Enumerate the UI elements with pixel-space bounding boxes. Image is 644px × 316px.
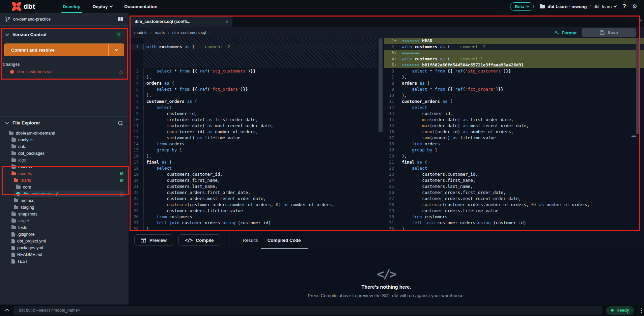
version-control-header[interactable]: Version Control 1 [0,28,129,41]
tree-item-staging[interactable]: staging [0,204,129,211]
tree-item-dbt-packages[interactable]: dbt_packages [0,150,129,157]
code-line-8[interactable]: 8 select [129,105,377,111]
code-line-9[interactable]: 9 customer_id, [129,111,377,117]
tree-item-snapshots[interactable]: snapshots [0,211,129,218]
chevron-up-icon[interactable] [5,309,9,313]
code-line-25[interactable]: 25 customer_orders.lifetime_value [129,208,377,214]
code-line-26[interactable]: 26 from customers [129,214,377,220]
code-line-3[interactable]: 3), [129,74,377,80]
nav-deploy[interactable]: Deploy [88,0,117,13]
tree-item-marts[interactable]: martsM [0,177,129,184]
tree-item-dbt-learn-on-demand[interactable]: dbt-learn-on-demand [0,130,129,137]
code-line-25[interactable]: 25 customers.last_name, [384,183,644,190]
code-line-13[interactable]: 13 sum(amount) as lifetime_value [129,135,377,141]
editor-split-scrollbar[interactable] [377,38,384,231]
code-line-8[interactable]: 8orders as ( [384,80,644,86]
code-line-30[interactable]: 30 from customers [384,214,644,220]
code-line-4[interactable]: 4+with customers as ( -- comment 1 [384,56,644,62]
git-branch-row[interactable]: on-demand-practice [0,13,129,26]
code-line-11[interactable]: 11 max(order_date) as most_recent_order_… [129,123,377,129]
search-icon[interactable] [118,121,123,125]
code-line-10[interactable]: 10 min(order_date) as first_order_date, [129,117,377,123]
code-line-18[interactable]: 18 select [129,165,377,171]
file-explorer-header[interactable]: File Explorer [0,116,129,129]
code-line-27[interactable]: 27 left join customer_orders using (cust… [129,220,377,226]
tree-item-readme-md[interactable]: README.md [0,251,129,258]
code-line-24[interactable]: 24 customers.first_name, [384,177,644,183]
code-line-13[interactable]: 13 customer_id, [384,111,644,117]
breadcrumb-models[interactable]: models [134,30,147,35]
code-line-6[interactable]: 6), [129,92,377,98]
beta-dropdown[interactable]: Beta [510,2,534,11]
tree-item-target[interactable]: target [0,218,129,224]
tree-item-logs[interactable]: logs [0,157,129,164]
new-tab-plus-icon[interactable]: + [639,18,643,25]
tab-results[interactable]: Results [238,231,263,250]
code-line-17[interactable]: 17 sum(amount) as lifetime_value [384,135,644,141]
environment-select[interactable]: dbt_learn [593,4,616,9]
code-line-3[interactable]: 3+======= [384,50,644,56]
editor-pane-current[interactable]: 1with customers as ( -- comment 22 selec… [129,38,377,231]
code-line-5[interactable]: 5 select * from {{ ref('fct_orders')}} [129,86,377,92]
code-line-1[interactable]: 1+<<<<<<< HEAD [384,38,644,44]
code-line-17[interactable]: 17final as ( [129,159,377,165]
tree-item-test[interactable]: TEST [0,258,129,265]
nav-develop[interactable]: Develop [58,0,85,13]
format-button[interactable]: Format [554,29,577,37]
gear-icon[interactable]: ⚙ [632,3,637,10]
more-menu-icon[interactable]: ⋮ [639,307,644,314]
code-line-2[interactable]: 2with customers as ( -- comment 2 [384,44,644,50]
dbt-logo[interactable]: dbt [11,1,49,11]
command-input[interactable]: dbt build --select <model_name> [13,306,603,315]
tree-item-models[interactable]: modelsM [0,170,129,177]
code-line-12[interactable]: 12 count(order_id) as number_of_orders, [129,129,377,135]
code-line-14[interactable]: 14 from orders [129,141,377,147]
code-line-18[interactable]: 18 from orders [384,141,644,147]
code-line-22[interactable]: 22 customer_orders.first_order_date, [129,190,377,196]
project-name[interactable]: dbt Learn - mwong [548,4,587,9]
commit-and-resolve-button[interactable]: Commit and resolve [4,44,124,56]
preview-button[interactable]: Preview [134,234,173,246]
code-line-6[interactable]: 6 select * from {{ ref('stg_customers')}… [384,68,644,74]
code-line-1[interactable]: 1with customers as ( -- comment 2 [129,44,377,50]
code-line-14[interactable]: 14 min(order_date) as first_order_date, [384,117,644,123]
tab-compiled-code[interactable]: Compiled Code [263,231,306,250]
code-line-23[interactable]: 23 customer_orders.most_recent_order_dat… [129,196,377,202]
code-line-28[interactable]: 28 coalesce(customer_orders.number_of_or… [384,202,644,208]
code-line-22[interactable]: 22 select [384,165,644,171]
editor-pane-incoming[interactable]: 1+<<<<<<< HEAD2with customers as ( -- co… [384,38,644,231]
tree-item--gitignore[interactable]: .gitignore [0,231,129,238]
code-line-20[interactable]: 20 customers.first_name, [129,177,377,183]
code-line-16[interactable]: 16), [129,153,377,159]
tree-item-data[interactable]: data [0,143,129,150]
code-line-26[interactable]: 26 customer_orders.first_order_date, [384,190,644,196]
code-line-19[interactable]: 19 group by 1 [384,147,644,153]
code-line-4[interactable]: 4orders as ( [129,80,377,86]
changed-file-row[interactable]: dim_customers.sql ⚠ [0,68,129,76]
code-line-7[interactable]: 7), [384,74,644,80]
commit-options-button[interactable] [108,44,124,56]
code-line-24[interactable]: 24 coalesce(customer_orders.number_of_or… [129,202,377,208]
tree-item-tests[interactable]: tests [0,224,129,231]
breadcrumb-file[interactable]: dim_customers.sql [172,30,206,35]
tree-item-metrics[interactable]: metrics [0,197,129,204]
docs-book-icon[interactable] [118,17,123,22]
code-line-21[interactable]: 21 customers.last_name, [129,183,377,190]
code-line-9[interactable]: 9 select * from {{ ref('fct_orders')}} [384,86,644,92]
code-line-21[interactable]: 21final as ( [384,159,644,165]
code-line-2[interactable]: 2 select * from {{ ref('stg_customers')}… [129,68,377,74]
scrollbar-thumb[interactable] [379,38,383,132]
code-line-11[interactable]: 11customer_orders as ( [384,98,644,105]
code-line-5[interactable]: 5+>>>>>>> b81f802a66fd544504c65721e3ffaa… [384,62,644,68]
tree-item-core[interactable]: core [0,184,129,191]
breadcrumb-marts[interactable]: marts [155,30,165,35]
code-line-15[interactable]: 15 group by 1 [129,147,377,153]
tree-item-analysis[interactable]: analysis [0,137,129,143]
code-line-31[interactable]: 31 left join customer_orders using (cust… [384,220,644,226]
compile-button[interactable]: </> Compile [178,234,220,246]
tree-item-dbt-project-yml[interactable]: dbt_project.yml [0,238,129,245]
code-line-32[interactable]: 32) [384,226,644,231]
code-line-27[interactable]: 27 customer_orders.most_recent_order_dat… [384,196,644,202]
code-line-28[interactable]: 28) [129,226,377,231]
help-icon[interactable]: ? [622,3,626,10]
